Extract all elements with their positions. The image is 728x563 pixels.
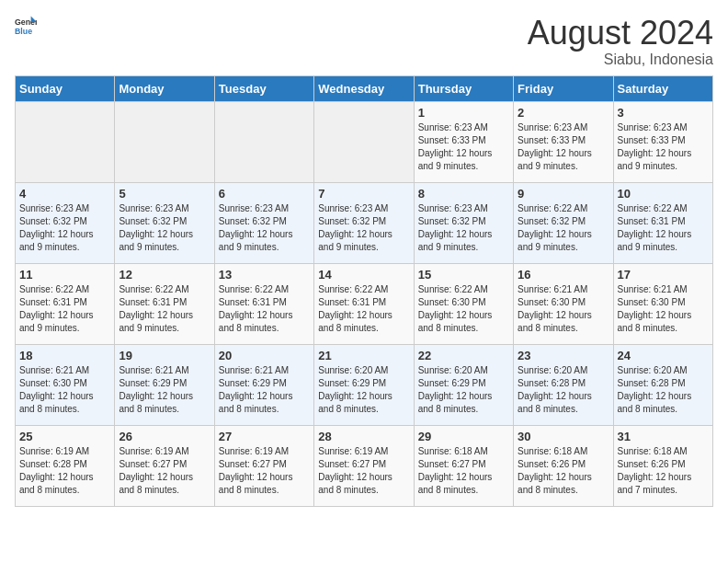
day-info: Sunrise: 6:21 AM Sunset: 6:30 PM Dayligh… bbox=[518, 283, 609, 335]
week-row-3: 11Sunrise: 6:22 AM Sunset: 6:31 PM Dayli… bbox=[16, 263, 713, 344]
header-day-friday: Friday bbox=[514, 75, 613, 101]
svg-text:Blue: Blue bbox=[15, 27, 32, 36]
day-info: Sunrise: 6:22 AM Sunset: 6:31 PM Dayligh… bbox=[618, 202, 709, 254]
day-number: 13 bbox=[219, 268, 310, 282]
day-info: Sunrise: 6:23 AM Sunset: 6:32 PM Dayligh… bbox=[19, 202, 110, 254]
calendar-cell bbox=[115, 101, 214, 182]
day-info: Sunrise: 6:21 AM Sunset: 6:30 PM Dayligh… bbox=[618, 283, 709, 335]
day-info: Sunrise: 6:20 AM Sunset: 6:28 PM Dayligh… bbox=[618, 364, 709, 416]
header-day-saturday: Saturday bbox=[613, 75, 712, 101]
day-number: 9 bbox=[518, 187, 609, 201]
calendar-cell: 8Sunrise: 6:23 AM Sunset: 6:32 PM Daylig… bbox=[414, 182, 513, 263]
week-row-2: 4Sunrise: 6:23 AM Sunset: 6:32 PM Daylig… bbox=[16, 182, 713, 263]
header-day-sunday: Sunday bbox=[16, 75, 115, 101]
day-number: 27 bbox=[219, 430, 310, 443]
calendar-cell: 26Sunrise: 6:19 AM Sunset: 6:27 PM Dayli… bbox=[115, 425, 214, 506]
calendar-cell: 21Sunrise: 6:20 AM Sunset: 6:29 PM Dayli… bbox=[314, 344, 414, 425]
calendar-cell: 19Sunrise: 6:21 AM Sunset: 6:29 PM Dayli… bbox=[115, 344, 214, 425]
calendar-cell: 18Sunrise: 6:21 AM Sunset: 6:30 PM Dayli… bbox=[16, 344, 115, 425]
calendar-cell: 27Sunrise: 6:19 AM Sunset: 6:27 PM Dayli… bbox=[214, 425, 313, 506]
day-info: Sunrise: 6:20 AM Sunset: 6:28 PM Dayligh… bbox=[518, 364, 609, 416]
calendar-cell: 2Sunrise: 6:23 AM Sunset: 6:33 PM Daylig… bbox=[514, 101, 613, 182]
day-number: 14 bbox=[318, 268, 409, 282]
calendar-cell bbox=[16, 101, 115, 182]
calendar-header-row: SundayMondayTuesdayWednesdayThursdayFrid… bbox=[16, 75, 713, 101]
calendar-cell: 12Sunrise: 6:22 AM Sunset: 6:31 PM Dayli… bbox=[115, 263, 214, 344]
day-info: Sunrise: 6:18 AM Sunset: 6:27 PM Dayligh… bbox=[418, 445, 509, 497]
day-number: 21 bbox=[318, 349, 409, 362]
header-day-wednesday: Wednesday bbox=[314, 75, 414, 101]
day-info: Sunrise: 6:22 AM Sunset: 6:32 PM Dayligh… bbox=[518, 202, 609, 254]
day-info: Sunrise: 6:21 AM Sunset: 6:29 PM Dayligh… bbox=[119, 364, 210, 416]
title-area: August 2024 Siabu, Indonesia bbox=[528, 15, 713, 68]
calendar-cell: 7Sunrise: 6:23 AM Sunset: 6:32 PM Daylig… bbox=[314, 182, 414, 263]
day-number: 31 bbox=[618, 430, 709, 443]
calendar-cell: 23Sunrise: 6:20 AM Sunset: 6:28 PM Dayli… bbox=[514, 344, 613, 425]
day-number: 1 bbox=[418, 106, 509, 120]
calendar-cell: 29Sunrise: 6:18 AM Sunset: 6:27 PM Dayli… bbox=[414, 425, 513, 506]
calendar-cell: 15Sunrise: 6:22 AM Sunset: 6:30 PM Dayli… bbox=[414, 263, 513, 344]
header-day-thursday: Thursday bbox=[414, 75, 513, 101]
day-info: Sunrise: 6:19 AM Sunset: 6:27 PM Dayligh… bbox=[318, 445, 409, 497]
day-number: 3 bbox=[618, 106, 709, 120]
day-number: 10 bbox=[618, 187, 709, 201]
week-row-5: 25Sunrise: 6:19 AM Sunset: 6:28 PM Dayli… bbox=[16, 425, 713, 506]
calendar-cell: 20Sunrise: 6:21 AM Sunset: 6:29 PM Dayli… bbox=[214, 344, 313, 425]
calendar-cell: 1Sunrise: 6:23 AM Sunset: 6:33 PM Daylig… bbox=[414, 101, 513, 182]
calendar-cell: 4Sunrise: 6:23 AM Sunset: 6:32 PM Daylig… bbox=[16, 182, 115, 263]
day-number: 28 bbox=[318, 430, 409, 443]
day-info: Sunrise: 6:23 AM Sunset: 6:33 PM Dayligh… bbox=[618, 121, 709, 173]
day-number: 22 bbox=[418, 349, 509, 362]
calendar-cell: 25Sunrise: 6:19 AM Sunset: 6:28 PM Dayli… bbox=[16, 425, 115, 506]
day-info: Sunrise: 6:22 AM Sunset: 6:30 PM Dayligh… bbox=[418, 283, 509, 335]
calendar-cell: 14Sunrise: 6:22 AM Sunset: 6:31 PM Dayli… bbox=[314, 263, 414, 344]
day-info: Sunrise: 6:20 AM Sunset: 6:29 PM Dayligh… bbox=[318, 364, 409, 416]
day-number: 18 bbox=[19, 349, 110, 362]
calendar-cell: 9Sunrise: 6:22 AM Sunset: 6:32 PM Daylig… bbox=[514, 182, 613, 263]
calendar-body: 1Sunrise: 6:23 AM Sunset: 6:33 PM Daylig… bbox=[16, 101, 713, 506]
day-number: 2 bbox=[518, 106, 609, 120]
calendar-cell: 16Sunrise: 6:21 AM Sunset: 6:30 PM Dayli… bbox=[514, 263, 613, 344]
calendar-cell bbox=[314, 101, 414, 182]
day-number: 15 bbox=[418, 268, 509, 282]
calendar-cell: 6Sunrise: 6:23 AM Sunset: 6:32 PM Daylig… bbox=[214, 182, 313, 263]
logo-graphic: General Blue bbox=[15, 15, 37, 40]
day-info: Sunrise: 6:20 AM Sunset: 6:29 PM Dayligh… bbox=[418, 364, 509, 416]
day-number: 24 bbox=[618, 349, 709, 362]
day-number: 19 bbox=[119, 349, 210, 362]
header-day-tuesday: Tuesday bbox=[214, 75, 313, 101]
day-number: 12 bbox=[119, 268, 210, 282]
day-info: Sunrise: 6:22 AM Sunset: 6:31 PM Dayligh… bbox=[318, 283, 409, 335]
day-number: 5 bbox=[119, 187, 210, 201]
day-number: 29 bbox=[418, 430, 509, 443]
calendar-cell: 24Sunrise: 6:20 AM Sunset: 6:28 PM Dayli… bbox=[613, 344, 712, 425]
page-header: General Blue August 2024 Siabu, Indonesi… bbox=[15, 15, 713, 68]
day-info: Sunrise: 6:18 AM Sunset: 6:26 PM Dayligh… bbox=[618, 445, 709, 497]
day-info: Sunrise: 6:23 AM Sunset: 6:33 PM Dayligh… bbox=[518, 121, 609, 173]
calendar-cell: 11Sunrise: 6:22 AM Sunset: 6:31 PM Dayli… bbox=[16, 263, 115, 344]
day-info: Sunrise: 6:19 AM Sunset: 6:27 PM Dayligh… bbox=[219, 445, 310, 497]
calendar-table: SundayMondayTuesdayWednesdayThursdayFrid… bbox=[15, 75, 713, 507]
day-info: Sunrise: 6:21 AM Sunset: 6:30 PM Dayligh… bbox=[19, 364, 110, 416]
calendar-cell: 5Sunrise: 6:23 AM Sunset: 6:32 PM Daylig… bbox=[115, 182, 214, 263]
calendar-cell: 13Sunrise: 6:22 AM Sunset: 6:31 PM Dayli… bbox=[214, 263, 313, 344]
day-info: Sunrise: 6:19 AM Sunset: 6:27 PM Dayligh… bbox=[119, 445, 210, 497]
logo: General Blue bbox=[15, 15, 37, 40]
month-year-title: August 2024 bbox=[528, 15, 713, 52]
calendar-cell: 22Sunrise: 6:20 AM Sunset: 6:29 PM Dayli… bbox=[414, 344, 513, 425]
calendar-cell bbox=[214, 101, 313, 182]
week-row-4: 18Sunrise: 6:21 AM Sunset: 6:30 PM Dayli… bbox=[16, 344, 713, 425]
day-info: Sunrise: 6:21 AM Sunset: 6:29 PM Dayligh… bbox=[219, 364, 310, 416]
day-info: Sunrise: 6:19 AM Sunset: 6:28 PM Dayligh… bbox=[19, 445, 110, 497]
day-info: Sunrise: 6:23 AM Sunset: 6:32 PM Dayligh… bbox=[119, 202, 210, 254]
header-day-monday: Monday bbox=[115, 75, 214, 101]
day-info: Sunrise: 6:23 AM Sunset: 6:33 PM Dayligh… bbox=[418, 121, 509, 173]
day-info: Sunrise: 6:23 AM Sunset: 6:32 PM Dayligh… bbox=[418, 202, 509, 254]
day-info: Sunrise: 6:18 AM Sunset: 6:26 PM Dayligh… bbox=[518, 445, 609, 497]
day-info: Sunrise: 6:22 AM Sunset: 6:31 PM Dayligh… bbox=[19, 283, 110, 335]
calendar-cell: 30Sunrise: 6:18 AM Sunset: 6:26 PM Dayli… bbox=[514, 425, 613, 506]
day-number: 6 bbox=[219, 187, 310, 201]
calendar-cell: 28Sunrise: 6:19 AM Sunset: 6:27 PM Dayli… bbox=[314, 425, 414, 506]
day-info: Sunrise: 6:22 AM Sunset: 6:31 PM Dayligh… bbox=[119, 283, 210, 335]
day-number: 25 bbox=[19, 430, 110, 443]
